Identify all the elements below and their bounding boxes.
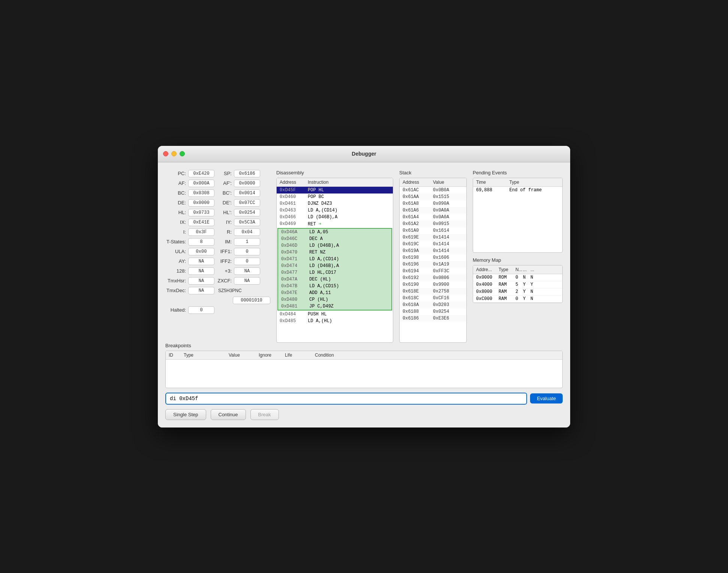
disasm-row[interactable]: 0xD47E ADD A,11 xyxy=(277,290,392,296)
reg-label-128: 128: xyxy=(165,268,186,274)
disasm-row[interactable]: 0xD477 LD HL,CD17 xyxy=(277,269,392,276)
stack-row[interactable]: 0x61900x9900 xyxy=(400,281,466,288)
disassembly-table[interactable]: Address Instruction 0xD45F POP HL 0xD460… xyxy=(276,178,393,343)
disasm-row[interactable]: 0xD485 LD A,(HL) xyxy=(277,318,393,324)
memmap-col-d1: ... xyxy=(523,267,530,272)
reg-value-hl[interactable]: 0x0733 xyxy=(188,209,214,216)
stack-row[interactable]: 0x61AA0x1515 xyxy=(400,194,466,200)
stack-row[interactable]: 0x618C0xCF16 xyxy=(400,295,466,302)
stack-row[interactable]: 0x619C0x1414 xyxy=(400,241,466,248)
reg-value-halted[interactable]: 0 xyxy=(188,306,214,314)
reg-value-ula[interactable]: 0x00 xyxy=(188,248,214,255)
stack-row[interactable]: 0x61980x1606 xyxy=(400,254,466,261)
zoom-button[interactable] xyxy=(180,151,185,156)
reg-value-bcp[interactable]: 0x0014 xyxy=(234,189,260,197)
reg-value-r[interactable]: 0x04 xyxy=(234,228,260,236)
reg-value-sp[interactable]: 0x6186 xyxy=(234,170,260,177)
memmap-row[interactable]: 0x0000ROM0NN xyxy=(473,274,562,281)
reg-value-flags[interactable]: 00001010 xyxy=(233,297,270,304)
stack-row[interactable]: 0x61860xE3E6 xyxy=(400,315,466,322)
single-step-button[interactable]: Single Step xyxy=(165,409,206,420)
reg-value-pc[interactable]: 0xE420 xyxy=(188,170,214,177)
disasm-row[interactable]: 0xD474 LD (D46B),A xyxy=(277,262,392,269)
reg-value-tstates[interactable]: 8 xyxy=(188,238,214,246)
minimize-button[interactable] xyxy=(171,151,177,156)
reg-label-iff2: IFF2: xyxy=(217,258,232,264)
reg-row-tmxhsr: TmxHsr: NA ZXCF: NA xyxy=(165,277,270,285)
disasm-row[interactable]: 0xD469 RET ➜ xyxy=(277,220,393,228)
break-button[interactable]: Break xyxy=(250,409,279,420)
disasm-row[interactable]: 0xD46D LD (D46B),A xyxy=(277,242,392,249)
events-header: Time Type xyxy=(473,178,562,187)
disasm-row[interactable]: 0xD45F POP HL xyxy=(277,187,393,194)
registers-panel: PC: 0xE420 SP: 0x6186 AF: 0x000A AF': 0x… xyxy=(165,170,270,343)
reg-value-128[interactable]: NA xyxy=(188,267,214,275)
reg-value-plus3[interactable]: NA xyxy=(234,267,260,275)
reg-value-hlp[interactable]: 0x0254 xyxy=(234,209,260,216)
disasm-row[interactable]: 0xD466 LD (D46B),A xyxy=(277,214,393,220)
reg-value-af[interactable]: 0x000A xyxy=(188,180,214,187)
disasm-row[interactable]: 0xD481 JP C,D49Z xyxy=(277,303,392,310)
continue-button[interactable]: Continue xyxy=(211,409,246,420)
events-col-type: Type xyxy=(509,180,559,185)
stack-table[interactable]: Address Value 0x61AC0x0B0A 0x61AA0x1515 … xyxy=(399,178,467,343)
stack-row[interactable]: 0x61920x0806 xyxy=(400,274,466,281)
disasm-row[interactable]: 0xD47A DEC (HL) xyxy=(277,276,392,283)
stack-row[interactable]: 0x61AC0x0B0A xyxy=(400,187,466,194)
reg-value-ay[interactable]: NA xyxy=(188,258,214,265)
reg-value-iy[interactable]: 0x5C3A xyxy=(234,219,260,226)
disasm-row[interactable]: 0xD480 CP (HL) xyxy=(277,296,392,303)
reg-value-iff1[interactable]: 0 xyxy=(234,248,260,255)
stack-row[interactable]: 0x618A0xD203 xyxy=(400,302,466,308)
arrow-icon: ➜ xyxy=(319,222,321,227)
bp-col-type: Type xyxy=(184,352,229,358)
close-button[interactable] xyxy=(163,151,168,156)
reg-row-i: I: 0x3F R: 0x04 xyxy=(165,228,270,236)
disasm-row[interactable]: 0xD47B LD A,(CD15) xyxy=(277,283,392,290)
stack-row[interactable]: 0x619E0x1414 xyxy=(400,234,466,241)
stack-row[interactable]: 0x61A40x0A0A xyxy=(400,214,466,220)
memmap-row[interactable]: 0x4000RAM5YY xyxy=(473,281,562,288)
reg-value-ix[interactable]: 0xE41E xyxy=(188,219,214,226)
reg-value-iff2[interactable]: 0 xyxy=(234,258,260,265)
memory-map-table[interactable]: Addre... Type N... ... ... 0x0000ROM0NN … xyxy=(473,265,563,303)
reg-row-ula: ULA: 0x00 IFF1: 0 xyxy=(165,248,270,255)
reg-label-iff1: IFF1: xyxy=(217,249,232,254)
reg-value-tmxhsr[interactable]: NA xyxy=(188,277,214,285)
disasm-row[interactable]: 0xD46A LD A,05 xyxy=(277,228,392,236)
disasm-row[interactable]: 0xD484 PUSH HL xyxy=(277,311,393,318)
stack-row[interactable]: 0x61A20x0915 xyxy=(400,220,466,227)
evaluate-input[interactable] xyxy=(165,393,527,405)
breakpoints-table[interactable]: ID Type Value Ignore Life Condition xyxy=(165,351,563,388)
stack-row[interactable]: 0x61960x1A19 xyxy=(400,261,466,268)
stack-row[interactable]: 0x61A80x090A xyxy=(400,200,466,207)
disasm-row[interactable]: 0xD461 DJNZ D4Z3 xyxy=(277,200,393,207)
stack-row[interactable]: 0x618E0x2758 xyxy=(400,288,466,295)
reg-value-bc[interactable]: 0x0308 xyxy=(188,189,214,197)
pending-events-table[interactable]: Time Type 69,888 End of frame xyxy=(473,178,563,253)
stack-row[interactable]: 0x61A60x0A0A xyxy=(400,207,466,214)
reg-value-i[interactable]: 0x3F xyxy=(188,228,214,236)
reg-value-tmxdec[interactable]: NA xyxy=(188,287,214,294)
memmap-row[interactable]: 0x8000RAM2YN xyxy=(473,288,562,296)
events-row[interactable]: 69,888 End of frame xyxy=(473,187,562,194)
reg-value-zxcf[interactable]: NA xyxy=(234,277,260,285)
disasm-col-instruction: Instruction xyxy=(308,180,390,185)
evaluate-button[interactable]: Evaluate xyxy=(530,393,563,404)
disasm-row[interactable]: 0xD463 LD A,(CD14) xyxy=(277,207,393,214)
disasm-row[interactable]: 0xD460 POP BC xyxy=(277,194,393,200)
reg-value-im[interactable]: 1 xyxy=(234,238,260,246)
stack-row[interactable]: 0x61880x0254 xyxy=(400,308,466,315)
disasm-row[interactable]: 0xD471 LD A,(CD14) xyxy=(277,256,392,262)
reg-label-de: DE: xyxy=(165,200,186,206)
reg-value-dep[interactable]: 0x07CC xyxy=(234,199,260,207)
disasm-row[interactable]: 0xD470 RET NZ xyxy=(277,249,392,256)
reg-value-afp[interactable]: 0x0000 xyxy=(234,180,260,187)
reg-label-sp: SP: xyxy=(217,171,232,176)
disasm-row[interactable]: 0xD46C DEC A xyxy=(277,236,392,242)
reg-value-de[interactable]: 0x0000 xyxy=(188,199,214,207)
stack-row[interactable]: 0x619A0x1414 xyxy=(400,248,466,254)
stack-row[interactable]: 0x61A00x1614 xyxy=(400,227,466,234)
memmap-row[interactable]: 0xC000RAM0YN xyxy=(473,296,562,303)
stack-row[interactable]: 0x61940xFF3C xyxy=(400,268,466,274)
